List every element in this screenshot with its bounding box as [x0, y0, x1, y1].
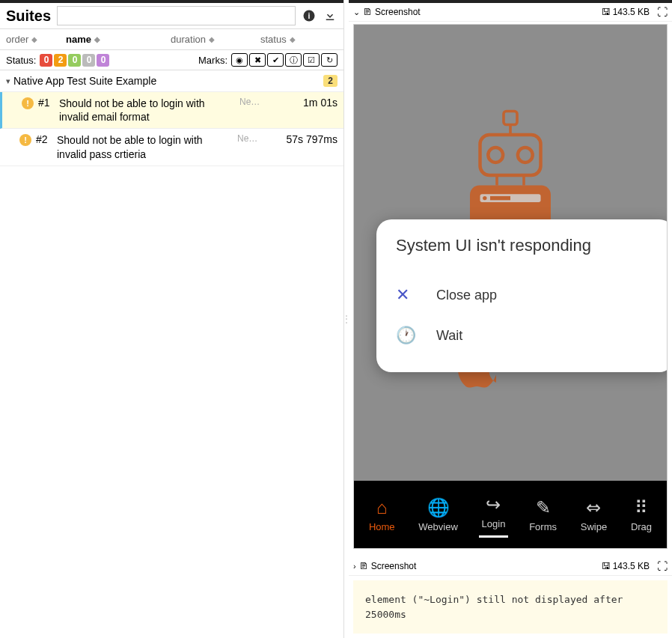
status-badge-skip[interactable]: 0 — [82, 54, 95, 67]
suite-row[interactable]: ▾ Native App Test Suite Example 2 — [0, 70, 343, 92]
test-tag: Ne… — [239, 97, 263, 107]
dialog-wait[interactable]: 🕐 Wait — [396, 315, 655, 356]
download-icon[interactable] — [323, 8, 337, 23]
test-number: #2 — [36, 133, 52, 145]
nav-forms[interactable]: ✎Forms — [526, 494, 560, 535]
forms-icon: ✎ — [536, 497, 551, 518]
mark-checked-icon[interactable]: ☑ — [303, 53, 320, 67]
screenshot-size: 🖫 143.5 KB — [602, 7, 650, 17]
dialog-close-app[interactable]: ✕ Close app — [396, 275, 655, 315]
marks-label: Marks: — [198, 55, 227, 66]
screenshot-header-2[interactable]: › 🖹 Screenshot 🖫 143.5 KB ⛶ — [349, 557, 672, 576]
warn-icon: ! — [22, 97, 34, 109]
drag-icon: ⠿ — [635, 497, 648, 518]
warn-icon: ! — [19, 134, 31, 146]
chevron-right-icon: › — [353, 562, 356, 571]
clock-icon: 🕐 — [396, 326, 414, 345]
svg-text:i: i — [308, 11, 311, 20]
test-duration: 57s 797ms — [266, 133, 337, 145]
swipe-icon: ⇔ — [586, 497, 601, 518]
mark-fixed-icon[interactable]: ✔ — [267, 53, 284, 67]
column-name[interactable]: name◆ — [66, 34, 156, 45]
chevron-down-icon: ▾ — [6, 76, 10, 86]
test-duration: 1m 01s — [268, 97, 337, 109]
status-badge-warn[interactable]: 2 — [54, 54, 67, 67]
status-badge-other[interactable]: 0 — [97, 54, 109, 67]
test-name: Should not be able to login with invalid… — [57, 133, 233, 160]
home-icon: ⌂ — [376, 497, 388, 518]
chevron-down-icon: ⌄ — [353, 7, 360, 17]
column-order[interactable]: order◆ — [6, 34, 51, 45]
error-message: element ("~Login") still not displayed a… — [353, 580, 668, 634]
image-icon: 🖹 — [363, 7, 372, 17]
test-row[interactable]: ! #1 Should not be able to login with in… — [0, 92, 343, 129]
test-row[interactable]: ! #2 Should not be able to login with in… — [0, 129, 343, 165]
mark-flaky-icon[interactable]: ◉ — [231, 53, 248, 67]
mark-info-icon[interactable]: ⓘ — [285, 53, 302, 67]
test-name: Should not be able to login with invalid… — [59, 97, 235, 124]
suite-name: Native App Test Suite Example — [13, 75, 323, 87]
column-duration[interactable]: duration◆ — [171, 34, 238, 45]
screenshot-label: Screenshot — [375, 7, 599, 17]
phone-screenshot: WEBDRIVERI/O Demo app for the appium-boi… — [353, 24, 668, 549]
test-tag: Ne… — [237, 133, 261, 144]
image-icon: 🖹 — [359, 561, 368, 571]
suite-count-badge: 2 — [323, 75, 337, 87]
search-input[interactable] — [57, 6, 296, 25]
mark-bug-icon[interactable]: ✖ — [249, 53, 266, 67]
nav-login[interactable]: ↪Login — [479, 491, 509, 538]
nav-swipe[interactable]: ⇔Swipe — [578, 494, 610, 535]
system-dialog: System UI isn't responding ✕ Close app 🕐… — [376, 219, 668, 372]
nav-home[interactable]: ⌂Home — [366, 494, 398, 535]
webview-icon: 🌐 — [427, 497, 450, 518]
status-badge-pass[interactable]: 0 — [68, 54, 81, 67]
nav-webview[interactable]: 🌐Webview — [415, 494, 461, 535]
mark-retry-icon[interactable]: ↻ — [321, 53, 337, 67]
table-header: order◆ name◆ duration◆ status◆ — [0, 28, 343, 50]
test-number: #1 — [38, 97, 55, 109]
status-label: Status: — [6, 55, 36, 66]
expand-icon[interactable]: ⛶ — [657, 560, 668, 572]
status-badge-fail[interactable]: 0 — [40, 54, 52, 67]
screenshot-size: 🖫 143.5 KB — [602, 561, 650, 571]
info-icon[interactable]: i — [302, 8, 317, 23]
nav-drag[interactable]: ⠿Drag — [628, 494, 655, 535]
close-icon: ✕ — [396, 285, 414, 305]
screenshot-header-1[interactable]: ⌄ 🖹 Screenshot 🖫 143.5 KB ⛶ — [349, 3, 672, 22]
dialog-title: System UI isn't responding — [396, 236, 655, 255]
expand-icon[interactable]: ⛶ — [657, 6, 668, 18]
login-icon: ↪ — [486, 494, 501, 515]
column-status[interactable]: status◆ — [260, 34, 320, 45]
page-title: Suites — [6, 7, 51, 25]
screenshot-label: Screenshot — [371, 561, 599, 571]
